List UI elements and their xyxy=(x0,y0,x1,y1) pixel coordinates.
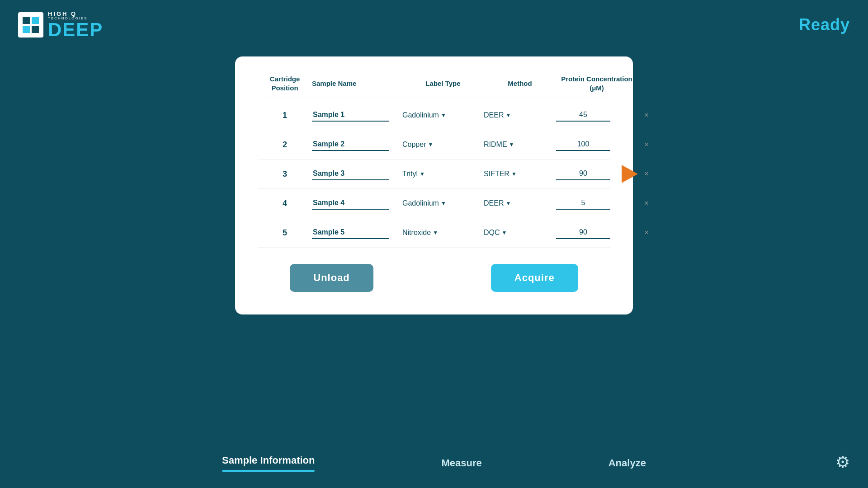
label-type-dropdown-icon: ▼ xyxy=(441,200,446,206)
nav-item-measure[interactable]: Measure xyxy=(441,457,481,469)
col-label: Label Type xyxy=(402,79,484,88)
method-value: RIDME xyxy=(484,141,507,149)
label-type-select[interactable]: Trityl ▼ xyxy=(402,170,484,178)
method-select[interactable]: DQC ▼ xyxy=(484,229,556,237)
sample-name-input[interactable] xyxy=(312,168,389,180)
label-type-value: Nitroxide xyxy=(402,229,431,237)
col-position: Cartridge Position xyxy=(258,75,312,92)
delete-row-button[interactable]: × xyxy=(637,141,656,149)
nav-label-measure: Measure xyxy=(441,457,481,469)
delete-row-button[interactable]: × xyxy=(637,199,656,207)
method-dropdown-icon: ▼ xyxy=(502,230,507,236)
method-select[interactable]: DEER ▼ xyxy=(484,199,556,207)
delete-row-button[interactable]: × xyxy=(637,170,656,178)
row-position: 3 xyxy=(258,169,312,179)
status-label: Ready xyxy=(799,15,850,34)
row-position: 1 xyxy=(258,111,312,120)
row-position: 5 xyxy=(258,228,312,238)
logo-text: HIGH Q TECHNOLOGIES DEEP xyxy=(48,11,103,39)
nav-label-analyze: Analyze xyxy=(609,457,646,469)
row-position: 2 xyxy=(258,140,312,150)
label-type-value: Gadolinium xyxy=(402,111,439,119)
bottom-nav: Sample Information Measure Analyze xyxy=(0,438,868,488)
main-card: Cartridge Position Sample Name Label Typ… xyxy=(235,56,633,314)
table-row: 4 Gadolinium ▼ DEER ▼ × xyxy=(258,189,610,218)
sample-name-input[interactable] xyxy=(312,138,389,151)
table-row: 3 Trityl ▼ SIFTER ▼ × xyxy=(258,160,610,189)
concentration-input[interactable] xyxy=(556,226,610,239)
concentration-input[interactable] xyxy=(556,109,610,122)
logo-highq-label: HIGH Q xyxy=(48,11,103,17)
play-button[interactable] xyxy=(620,164,640,184)
svg-rect-3 xyxy=(23,26,30,33)
concentration-input[interactable] xyxy=(556,138,610,151)
method-value: SIFTER xyxy=(484,170,509,178)
label-type-select[interactable]: Gadolinium ▼ xyxy=(402,111,484,119)
play-icon xyxy=(622,165,638,183)
delete-row-button[interactable]: × xyxy=(637,111,656,119)
nav-item-sample-information[interactable]: Sample Information xyxy=(222,455,315,472)
logo-deep-label: DEEP xyxy=(48,20,103,39)
sample-name-input[interactable] xyxy=(312,109,389,122)
logo-icon xyxy=(18,12,43,38)
label-type-select[interactable]: Copper ▼ xyxy=(402,141,484,149)
label-type-select[interactable]: Nitroxide ▼ xyxy=(402,229,484,237)
svg-rect-4 xyxy=(32,26,39,33)
unload-button[interactable]: Unload xyxy=(290,264,373,292)
label-type-select[interactable]: Gadolinium ▼ xyxy=(402,199,484,207)
label-type-dropdown-icon: ▼ xyxy=(433,230,438,236)
table-row: 5 Nitroxide ▼ DQC ▼ × xyxy=(258,218,610,248)
method-dropdown-icon: ▼ xyxy=(511,171,517,177)
action-buttons: Unload Acquire xyxy=(258,264,610,292)
sample-name-input[interactable] xyxy=(312,197,389,210)
row-position: 4 xyxy=(258,199,312,208)
label-type-dropdown-icon: ▼ xyxy=(428,141,433,148)
method-value: DEER xyxy=(484,111,504,119)
table-header: Cartridge Position Sample Name Label Typ… xyxy=(258,75,610,97)
method-dropdown-icon: ▼ xyxy=(509,141,514,148)
label-type-dropdown-icon: ▼ xyxy=(441,112,446,118)
label-type-dropdown-icon: ▼ xyxy=(420,171,425,177)
col-name: Sample Name xyxy=(312,79,402,88)
method-select[interactable]: DEER ▼ xyxy=(484,111,556,119)
col-concentration: Protein Concentration (μM) xyxy=(556,75,637,92)
label-type-value: Copper xyxy=(402,141,426,149)
label-type-value: Trityl xyxy=(402,170,418,178)
svg-rect-1 xyxy=(23,17,30,24)
method-select[interactable]: SIFTER ▼ xyxy=(484,170,556,178)
nav-label-sample-information: Sample Information xyxy=(222,455,315,466)
svg-rect-2 xyxy=(32,17,39,24)
method-dropdown-icon: ▼ xyxy=(505,200,511,206)
acquire-button[interactable]: Acquire xyxy=(491,264,578,292)
concentration-input[interactable] xyxy=(556,168,610,180)
table-row: 1 Gadolinium ▼ DEER ▼ × xyxy=(258,101,610,130)
table-row: 2 Copper ▼ RIDME ▼ × xyxy=(258,130,610,160)
delete-row-button[interactable]: × xyxy=(637,229,656,237)
label-type-value: Gadolinium xyxy=(402,199,439,207)
method-value: DQC xyxy=(484,229,500,237)
col-method: Method xyxy=(484,79,556,88)
method-value: DEER xyxy=(484,199,504,207)
settings-gear-icon[interactable]: ⚙ xyxy=(835,453,850,472)
method-select[interactable]: RIDME ▼ xyxy=(484,141,556,149)
sample-name-input[interactable] xyxy=(312,226,389,239)
nav-active-indicator xyxy=(222,470,315,472)
header: HIGH Q TECHNOLOGIES DEEP Ready xyxy=(0,0,868,50)
logo-area: HIGH Q TECHNOLOGIES DEEP xyxy=(18,11,103,39)
concentration-input[interactable] xyxy=(556,197,610,210)
method-dropdown-icon: ▼ xyxy=(505,112,511,118)
nav-item-analyze[interactable]: Analyze xyxy=(609,457,646,469)
